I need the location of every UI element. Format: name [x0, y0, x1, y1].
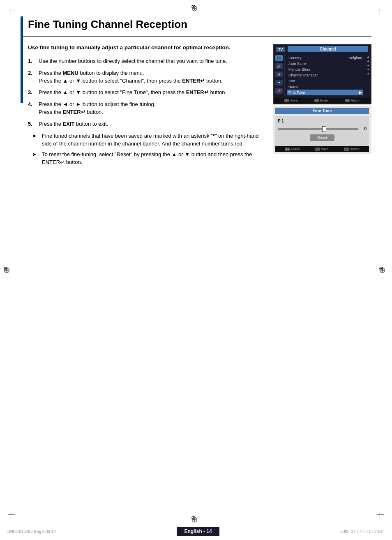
footer-right: 2008-07-17 □□ 11:28:34: [340, 529, 385, 534]
footer-left: BN68-01518J-Eng.indd 14: [7, 529, 56, 534]
page-title: Fine Tuning Channel Reception: [21, 16, 371, 37]
menu-item-name-label: Name: [288, 85, 298, 89]
fine-nav-return-label: Return: [350, 147, 360, 151]
scroll-up4: ▲: [367, 67, 370, 71]
fine-nav-adjust: ◄► Adjust: [285, 147, 300, 151]
menu-item-finetune-label: Fine Tune: [288, 90, 305, 95]
step-1: 1. Use the number buttons to directly se…: [28, 58, 265, 65]
menu-item-channelmgr: Channel Manager: [287, 72, 363, 78]
slider-row: 0: [278, 127, 367, 131]
nav-move: ⇕ Move: [284, 99, 298, 102]
scroll-up5: ▲: [367, 72, 370, 75]
menu-item-manualstore-label: Manual Store: [288, 67, 311, 72]
nav-enter: ↵ Enter: [314, 99, 328, 102]
crosshair-top: ⊕: [191, 3, 201, 13]
enter-icon: ↵: [314, 99, 319, 102]
step-5: 5. Press the EXIT button to exit.: [28, 120, 265, 128]
enter-bold-5: ENTER↵: [42, 159, 65, 165]
corner-mark-tl: [7, 7, 16, 16]
menu-bold: MENU: [63, 70, 78, 76]
nav-return: ↩ Return: [345, 99, 360, 102]
crosshair-left: ⊕: [3, 265, 13, 275]
arrow-sym-1: ➤: [32, 132, 39, 148]
menu-item-country: Country : Belgium: [287, 55, 363, 61]
channel-header: TV Channel: [274, 45, 371, 53]
nav-enter-label: Enter: [320, 99, 328, 102]
menu-item-autostore: Auto Store: [287, 61, 363, 67]
menu-item-finetune: Fine Tune ▶: [287, 90, 363, 95]
text-column: Use fine tuning to manually adjust a par…: [28, 44, 265, 170]
menu-item-manualstore: Manual Store: [287, 67, 363, 72]
fine-tune-body: P 1 0 Reset: [275, 116, 369, 146]
menu-item-sort-label: Sort: [288, 79, 295, 83]
fine-tune-nav-bar: ◄► Adjust ↵ Save ↩ Return: [275, 146, 369, 152]
enter-bold-4: ENTER↵: [63, 109, 85, 115]
tv-label: TV: [276, 47, 285, 52]
corner-mark-br: [376, 511, 385, 519]
page-footer: BN68-01518J-Eng.indd 14 English - 14 200…: [0, 527, 392, 536]
step-4-number: 4.: [28, 101, 35, 116]
slider-track: [278, 128, 358, 130]
step-4: 4. Press the ◄ or ► button to adjust the…: [28, 101, 265, 116]
crosshair-bottom: ⊕: [191, 515, 201, 524]
arrow-point-2-text: To reset the fine-tuning, select "Reset"…: [42, 151, 265, 166]
adjust-icon: ◄►: [285, 148, 290, 151]
fine-tune-header: Fine Tune: [275, 108, 369, 114]
arrow-sym-2: ➤: [32, 151, 39, 166]
menu-icons: 📺 🔊 ⚙ ✦ 📌: [274, 54, 285, 96]
fine-nav-adjust-label: Adjust: [291, 147, 300, 151]
fine-return-icon: ↩: [344, 148, 349, 151]
slider-value: 0: [360, 127, 367, 131]
step-1-text: Use the number buttons to directly selec…: [39, 58, 265, 65]
arrow-points: ➤ Fine tuned channels that have been sav…: [28, 132, 265, 166]
menu-item-sort: Sort: [287, 78, 363, 84]
menu-item-finetune-arrow: ▶: [359, 90, 362, 95]
slider-thumb: [322, 126, 326, 132]
accent-bar: [21, 16, 23, 103]
scroll-up: ▲: [367, 55, 370, 59]
step-5-number: 5.: [28, 120, 35, 128]
content-layout: Use fine tuning to manually adjust a par…: [21, 44, 371, 170]
fine-nav-save-label: Save: [321, 147, 328, 151]
menu-item-name: Name: [287, 84, 363, 90]
fine-tune-panel: Fine Tune P 1 0 Reset ◄► Adjust: [273, 106, 371, 154]
nav-move-label: Move: [290, 99, 298, 102]
fine-nav-save: ↵ Save: [315, 147, 328, 151]
return-icon: ↩: [345, 99, 350, 102]
channel-nav-bar: ⇕ Move ↵ Enter ↩ Return: [274, 97, 371, 104]
step-2: 2. Press the MENU button to display the …: [28, 69, 265, 85]
steps-list: 1. Use the number buttons to directly se…: [28, 58, 265, 128]
menu-icon-4: 📌: [275, 88, 283, 94]
menu-item-country-value: : Belgium: [347, 56, 362, 60]
channel-title-bar: Channel: [288, 46, 368, 52]
scroll-up2: ▲: [367, 59, 370, 63]
corner-mark-tr: [376, 7, 385, 16]
arrow-point-1: ➤ Fine tuned channels that have been sav…: [28, 132, 265, 148]
fine-nav-return: ↩ Return: [344, 147, 360, 151]
arrow-point-2: ➤ To reset the fine-tuning, select "Rese…: [28, 151, 265, 166]
menu-icon-3: ✦: [275, 80, 283, 85]
menu-rows: 📺 🔊 ⚙ ✦ 📌 Country : Belgium Auto S: [274, 53, 371, 97]
enter-bold-2: ENTER↵: [182, 78, 205, 84]
step-3: 3. Press the ▲ or ▼ button to select "Fi…: [28, 89, 265, 97]
step-4-text: Press the ◄ or ► button to adjust the fi…: [39, 101, 265, 116]
footer-language: English - 14: [177, 527, 219, 536]
exit-bold: EXIT: [63, 121, 75, 127]
ui-column: TV Channel 📺 🔊 ⚙ ✦ 📌 Coun: [273, 44, 371, 170]
move-icon: ⇕: [284, 99, 289, 102]
arrow-point-1-text: Fine tuned channels that have been saved…: [42, 132, 265, 148]
step-1-number: 1.: [28, 58, 35, 65]
step-3-text: Press the ▲ or ▼ button to select "Fine …: [39, 89, 265, 97]
step-2-text: Press the MENU button to display the men…: [39, 69, 265, 85]
step-3-number: 3.: [28, 89, 35, 97]
menu-scroll: ▲ ▲ ▲ ▲ ▲: [366, 54, 371, 96]
menu-icon-2: ⚙: [275, 72, 283, 77]
enter-bold-3: ENTER↵: [186, 89, 209, 95]
save-icon: ↵: [315, 148, 320, 151]
channel-label: P 1: [278, 119, 367, 123]
step-5-text: Press the EXIT button to exit.: [39, 120, 265, 128]
reset-button[interactable]: Reset: [310, 134, 334, 141]
menu-item-country-label: Country: [288, 56, 302, 60]
crosshair-right: ⊕: [379, 265, 389, 275]
menu-item-autostore-label: Auto Store: [288, 62, 306, 66]
